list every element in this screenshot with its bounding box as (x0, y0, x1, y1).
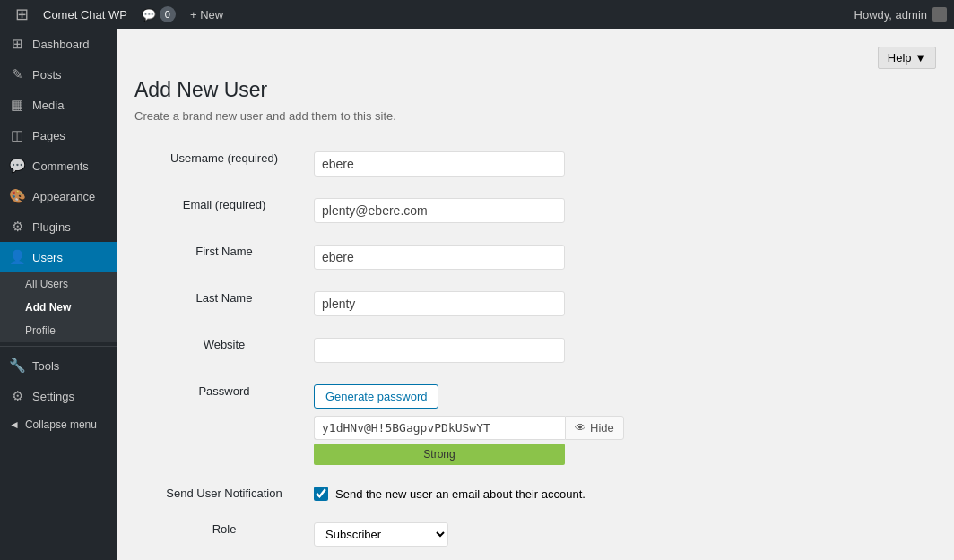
hide-label: Hide (590, 421, 614, 435)
pages-icon: ◫ (9, 127, 25, 143)
sidebar-item-pages[interactable]: ◫ Pages (0, 120, 117, 151)
sidebar-item-label: Dashboard (32, 38, 90, 51)
user-info[interactable]: Howdy, admin (854, 7, 947, 22)
username-row: Username (required) (134, 141, 936, 187)
help-button[interactable]: Help ▼ (878, 47, 936, 69)
notification-area: Send the new user an email about their a… (314, 487, 936, 501)
notification-text: Send the new user an email about their a… (335, 487, 585, 501)
sidebar-item-users[interactable]: 👤 Users (0, 242, 117, 272)
sidebar-item-comments[interactable]: 💬 Comments (0, 151, 117, 181)
sidebar-item-appearance[interactable]: 🎨 Appearance (0, 181, 117, 211)
comments-menu-icon: 💬 (9, 158, 25, 174)
role-select[interactable]: Subscriber Contributor Author Editor Adm… (314, 522, 448, 547)
eye-icon: 👁 (575, 421, 586, 435)
sidebar-item-label: Users (32, 251, 63, 264)
users-icon: 👤 (9, 249, 25, 265)
sidebar-item-dashboard[interactable]: ⊞ Dashboard (0, 29, 117, 59)
sidebar-item-label: Media (32, 99, 64, 112)
sidebar-item-label: Comments (32, 159, 89, 173)
menu-separator (0, 346, 117, 347)
site-name[interactable]: Comet Chat WP (36, 0, 134, 29)
lastname-row: Last Name (134, 280, 936, 327)
notification-label: Send User Notification (134, 476, 314, 512)
password-input-row: 👁 Hide (314, 416, 936, 440)
submenu-all-users[interactable]: All Users (0, 272, 117, 296)
sidebar-item-settings[interactable]: ⚙ Settings (0, 381, 117, 411)
page-subtitle: Create a brand new user and add them to … (134, 109, 936, 123)
website-input[interactable] (314, 338, 565, 363)
lastname-input[interactable] (314, 291, 565, 316)
firstname-row: First Name (134, 234, 936, 280)
sidebar-item-label: Pages (32, 129, 65, 142)
page-title: Add New User (134, 78, 936, 102)
username-input[interactable] (314, 151, 565, 177)
website-row: Website (134, 327, 936, 374)
add-user-form: Username (required) Email (required) Fir… (134, 141, 936, 557)
generate-password-button[interactable]: Generate password (314, 384, 438, 409)
notification-checkbox[interactable] (314, 487, 328, 501)
posts-icon: ✎ (9, 66, 25, 82)
plugins-icon: ⚙ (9, 219, 25, 235)
sidebar-item-media[interactable]: ▦ Media (0, 90, 117, 120)
sidebar-item-posts[interactable]: ✎ Posts (0, 59, 117, 90)
lastname-label: Last Name (134, 280, 314, 327)
sidebar-item-plugins[interactable]: ⚙ Plugins (0, 211, 117, 242)
comments-count: 0 (160, 6, 176, 22)
admin-bar: ⊞ Comet Chat WP 💬 0 + New Howdy, admin (0, 0, 954, 29)
appearance-icon: 🎨 (9, 188, 25, 204)
password-strength-bar: Strong (314, 444, 565, 465)
collapse-menu-btn[interactable]: ◄ Collapse menu (0, 411, 117, 438)
collapse-label: Collapse menu (25, 418, 97, 431)
role-label: Role (134, 512, 314, 557)
new-content-link[interactable]: + New (183, 0, 230, 29)
wp-logo-icon[interactable]: ⊞ (7, 0, 36, 29)
media-icon: ▦ (9, 97, 25, 113)
comment-icon: 💬 (142, 8, 156, 22)
submenu-add-new[interactable]: Add New (0, 296, 117, 319)
password-row: Password Generate password 👁 Hide (134, 374, 936, 476)
sidebar-item-label: Tools (32, 359, 59, 373)
firstname-label: First Name (134, 234, 314, 280)
sidebar-item-tools[interactable]: 🔧 Tools (0, 350, 117, 381)
main-content: Help ▼ Add New User Create a brand new u… (117, 29, 954, 560)
password-area: Generate password 👁 Hide Strong (314, 384, 936, 465)
users-submenu: All Users Add New Profile (0, 272, 117, 342)
dashboard-icon: ⊞ (9, 36, 25, 52)
hide-password-button[interactable]: 👁 Hide (565, 416, 624, 440)
howdy-text: Howdy, admin (854, 8, 927, 22)
sidebar-item-label: Appearance (32, 190, 95, 203)
avatar (932, 7, 947, 22)
email-label: Email (required) (134, 187, 314, 234)
role-row: Role Subscriber Contributor Author Edito… (134, 512, 936, 557)
password-input[interactable] (314, 416, 565, 440)
sidebar-item-label: Posts (32, 68, 62, 82)
username-label: Username (required) (134, 141, 314, 187)
settings-icon: ⚙ (9, 388, 25, 404)
comments-link[interactable]: 💬 0 (134, 0, 183, 29)
strength-label: Strong (423, 448, 455, 461)
password-label: Password (134, 374, 314, 476)
sidebar-item-label: Settings (32, 390, 74, 403)
screen-meta-links: Help ▼ (134, 47, 936, 69)
sidebar-item-label: Plugins (32, 220, 71, 234)
submenu-profile[interactable]: Profile (0, 319, 117, 342)
sidebar: ⊞ Dashboard ✎ Posts ▦ Media ◫ Pages 💬 Co… (0, 29, 117, 560)
website-label: Website (134, 327, 314, 374)
tools-icon: 🔧 (9, 358, 25, 374)
firstname-input[interactable] (314, 245, 565, 270)
email-row: Email (required) (134, 187, 936, 234)
collapse-icon: ◄ (9, 418, 20, 431)
notification-row: Send User Notification Send the new user… (134, 476, 936, 512)
email-input[interactable] (314, 198, 565, 223)
